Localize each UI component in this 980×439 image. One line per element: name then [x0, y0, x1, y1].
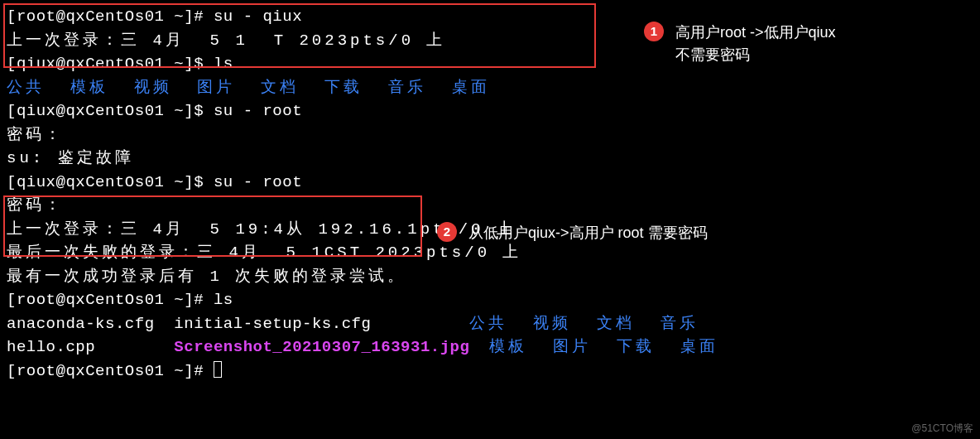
password-prompt-2: 密码： — [7, 194, 973, 218]
prompt: [qiux@qxCentOs01 ~]$ — [7, 173, 214, 191]
prompt: [root@qxCentOs01 ~]# — [7, 291, 214, 309]
prompt: [qiux@qxCentOs01 ~]$ — [7, 55, 214, 73]
badge-1: 1 — [644, 22, 664, 41]
prompt-line-5: [root@qxCentOs01 ~]# ls — [7, 288, 973, 312]
prompt-line-3: [qiux@qxCentOs01 ~]$ su - root — [7, 99, 973, 123]
prompt-line-6[interactable]: [root@qxCentOs01 ~]# — [7, 359, 973, 384]
output-failed-attempts: 最有一次成功登录后有 1 次失败的登录尝试。 — [7, 265, 973, 289]
ls-output-1: 公共 模板 视频 图片 文档 下载 音乐 桌面 — [7, 76, 973, 100]
command: su - root — [214, 173, 302, 191]
ls-output-row-2: hello.cpp Screenshot_20210307_163931.jpg… — [7, 335, 973, 359]
command: su - qiux — [214, 7, 302, 26]
password-prompt-1: 密码： — [7, 123, 973, 147]
ls-output-row-1: anaconda-ks.cfg initial-setup-ks.cfg 公共 … — [7, 312, 973, 336]
prompt-line-4: [qiux@qxCentOs01 ~]$ su - root — [7, 171, 973, 195]
annotation-1: 1 高用户root ->低用户qiux 不需要密码 — [644, 22, 836, 66]
command: ls — [214, 55, 233, 73]
annotation-2-text: 从低用户qiux->高用户 root 需要密码 — [468, 222, 708, 244]
watermark: @51CTO博客 — [911, 421, 973, 436]
annotation-1-text: 高用户root ->低用户qiux 不需要密码 — [675, 22, 836, 66]
prompt: [root@qxCentOs01 ~]# — [7, 362, 214, 380]
annotation-2: 2 从低用户qiux->高用户 root 需要密码 — [437, 222, 708, 244]
command: ls — [214, 291, 233, 309]
cursor-icon — [214, 361, 222, 378]
badge-2: 2 — [437, 222, 457, 242]
command: su - root — [214, 102, 302, 120]
prompt: [root@qxCentOs01 ~]# — [7, 7, 214, 26]
output-last-failed: 最后一次失败的登录：三 4月 5 1CST 2023pts/0 上 — [7, 241, 973, 265]
auth-failure: su: 鉴定故障 — [7, 147, 973, 171]
prompt: [qiux@qxCentOs01 ~]$ — [7, 102, 214, 120]
